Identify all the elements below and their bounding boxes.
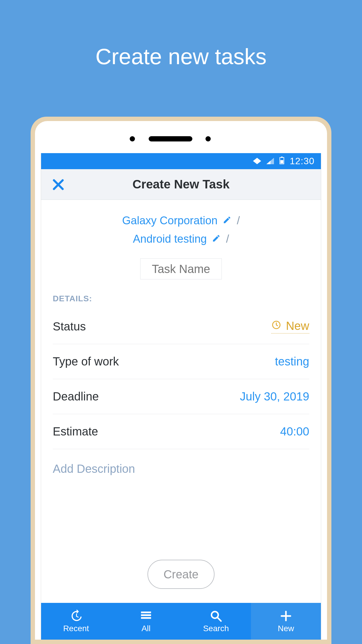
- stack-icon: [139, 609, 153, 623]
- phone-notch: [35, 121, 327, 153]
- wifi-icon: [253, 156, 261, 167]
- statusbar: 12:30: [41, 153, 321, 169]
- svg-rect-6: [141, 617, 151, 619]
- clock-icon: [271, 319, 281, 332]
- breadcrumb-sep: /: [237, 214, 240, 227]
- header-title: Create New Task: [132, 177, 229, 191]
- row-deadline[interactable]: Deadline July 30, 2019: [53, 379, 309, 414]
- row-estimate-label: Estimate: [53, 425, 98, 438]
- history-icon: [69, 609, 83, 623]
- phone-inner: 12:30 Create New Task Galaxy Corporation: [35, 121, 327, 640]
- row-deadline-value: July 30, 2019: [240, 390, 309, 403]
- row-deadline-label: Deadline: [53, 390, 99, 403]
- row-estimate-value: 40:00: [280, 425, 309, 438]
- details-section-label: DETAILS:: [53, 294, 309, 303]
- close-button[interactable]: [52, 178, 64, 192]
- signal-icon: [266, 156, 274, 167]
- create-button-wrap: Create: [41, 475, 321, 603]
- add-description[interactable]: Add Description: [53, 462, 309, 475]
- breadcrumb-sep: /: [226, 233, 229, 245]
- bottom-nav: Recent All Search: [41, 603, 321, 640]
- svg-rect-5: [141, 614, 151, 616]
- row-status[interactable]: Status New: [53, 309, 309, 344]
- app-header: Create New Task: [41, 169, 321, 200]
- tab-new-label: New: [278, 624, 294, 633]
- task-name-input[interactable]: [140, 258, 222, 279]
- pencil-icon: [223, 214, 231, 227]
- tab-all-label: All: [141, 624, 150, 633]
- tab-all[interactable]: All: [111, 603, 181, 640]
- tab-search-label: Search: [203, 624, 229, 633]
- row-type-label: Type of work: [53, 355, 119, 368]
- breadcrumb-project[interactable]: Android testing /: [133, 233, 229, 245]
- breadcrumb-stack: Galaxy Corporation / Android testing /: [41, 214, 321, 279]
- plus-icon: [279, 609, 293, 623]
- phone-frame: 12:30 Create New Task Galaxy Corporation: [31, 117, 331, 644]
- row-status-label: Status: [53, 320, 86, 333]
- screen: 12:30 Create New Task Galaxy Corporation: [41, 153, 321, 640]
- svg-line-8: [218, 618, 221, 621]
- create-button[interactable]: Create: [147, 560, 215, 589]
- breadcrumb-project-label: Android testing: [133, 233, 207, 245]
- promo-title: Create new tasks: [0, 44, 362, 69]
- tab-recent[interactable]: Recent: [41, 603, 111, 640]
- row-status-value: New: [286, 319, 309, 332]
- close-icon: [52, 178, 64, 191]
- svg-rect-4: [141, 612, 151, 613]
- battery-icon: [279, 156, 284, 167]
- svg-rect-2: [280, 160, 283, 163]
- tab-new[interactable]: New: [251, 603, 321, 640]
- row-type-value: testing: [275, 355, 309, 368]
- row-type[interactable]: Type of work testing: [53, 344, 309, 379]
- search-icon: [209, 609, 223, 623]
- pencil-icon: [212, 233, 221, 245]
- row-estimate[interactable]: Estimate 40:00: [53, 414, 309, 449]
- tab-search[interactable]: Search: [181, 603, 251, 640]
- breadcrumb-org-label: Galaxy Corporation: [122, 214, 217, 227]
- statusbar-time: 12:30: [290, 156, 314, 167]
- details-rows: Status New Type of work testing Deadline…: [53, 309, 309, 449]
- tab-recent-label: Recent: [63, 624, 89, 633]
- breadcrumb-org[interactable]: Galaxy Corporation /: [122, 214, 240, 227]
